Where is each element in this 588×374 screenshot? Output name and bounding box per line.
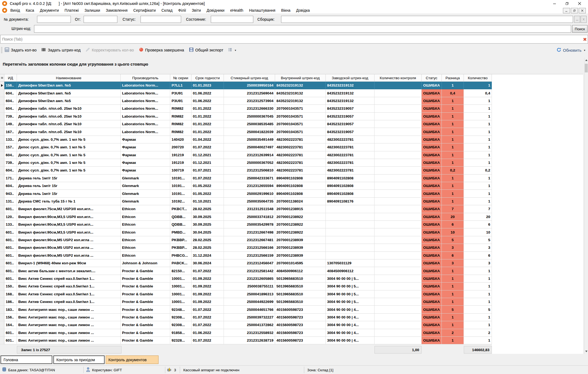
cell-expiry[interactable]: 01.10.2021 <box>191 198 224 205</box>
cell-id[interactable]: 183.. <box>4 306 17 313</box>
cell-diff[interactable]: 6 <box>442 221 464 228</box>
cell-manufacturer[interactable]: Glenmark <box>121 174 170 182</box>
cell-qty[interactable]: 1 <box>464 337 492 344</box>
cell-factory_barcode[interactable]: 4823002223781 <box>326 143 374 151</box>
cell-name[interactable]: Викс Антигрипп макс пор., саше лимон ... <box>17 314 121 321</box>
cell-diff[interactable]: 1 <box>442 275 464 283</box>
cell-qty[interactable]: 1 <box>464 128 492 136</box>
cell-name[interactable]: Викс актив бальзам с ментол.и эвкалип...… <box>17 267 121 275</box>
table-row[interactable]: 601..Викрил-1 (W9468) 40мм кол-реж 90смJ… <box>0 259 492 267</box>
cell-diff[interactable]: 20 <box>442 213 464 221</box>
cell-sticker_barcode[interactable]: 2312312638719 <box>224 337 275 344</box>
table-row[interactable]: 186..Викс Актив Синекс спрей наз.0.5мг/м… <box>0 298 492 306</box>
cell-expiry[interactable]: 01.05.2022 <box>191 190 224 197</box>
cell-manufacturer[interactable]: Ethicon <box>121 252 170 259</box>
cell-name[interactable]: Викс Актив Синекс спрей наз.0.5мг/мл 1..… <box>17 275 121 283</box>
cell-series[interactable]: P3U91 <box>170 89 191 97</box>
cell-qty[interactable]: 1 <box>464 182 492 190</box>
cell-id[interactable]: 604.. <box>4 105 17 112</box>
cell-qty[interactable]: 0,4 <box>464 89 492 97</box>
cell-series[interactable]: 82150... <box>170 267 191 275</box>
tab-1[interactable]: Головна <box>1 355 52 364</box>
cell-expiry[interactable]: 30.06.2024 <box>191 259 224 267</box>
cell-internal_barcode[interactable]: 4015600598723 <box>275 306 326 313</box>
table-row[interactable]: 604..Дерива гель 1мг/г 15гGlenmark10191.… <box>0 182 492 190</box>
cell-diff[interactable]: 1 <box>442 128 464 136</box>
toolbar-button[interactable]: Проверка завершена <box>139 47 184 53</box>
cell-expiry[interactable]: 01.01.2022 <box>191 105 224 112</box>
cell-manufacturer[interactable]: Procter & Gamble <box>121 306 170 313</box>
cell-name[interactable]: Депос сусп. д/ин. 0,7% амп. 1 мл № 5 <box>17 167 121 174</box>
cell-manufacturer[interactable]: Ethicon <box>121 221 170 228</box>
cell-id[interactable]: 601.. <box>4 252 17 259</box>
table-row[interactable]: 943..Дерива гель 1мг/г 15гGlenmark10191.… <box>0 190 492 197</box>
cell-id[interactable]: 601.. <box>4 329 17 337</box>
table-row[interactable]: 157..Депос сусп. д/ин. 0,7% амп. 1 мл № … <box>0 143 492 151</box>
cell-id[interactable]: 171.. <box>4 174 17 182</box>
cell-qty[interactable]: 1 <box>464 198 492 205</box>
cell-qty[interactable]: 20 <box>464 213 492 221</box>
cell-factory_barcode[interactable]: 8904091102808 <box>326 174 374 182</box>
cell-manufacturer[interactable]: Laboratorios Norm... <box>121 105 170 112</box>
cell-series[interactable]: 200720 <box>170 143 191 151</box>
cell-name[interactable]: Викс Актив Синекс спрей наз.0.5мг/мл 1..… <box>17 290 121 298</box>
cell-internal_barcode[interactable]: 4084500906112 <box>275 267 326 275</box>
cell-internal_barcode[interactable]: 5013965683510 <box>275 283 326 290</box>
cell-id[interactable]: 601.. <box>4 236 17 244</box>
cell-diff[interactable]: 1 <box>442 283 464 290</box>
cell-expiry[interactable]: 01.05.2022 <box>191 182 224 190</box>
menu-item[interactable]: Вікна <box>281 8 290 13</box>
mdi-restore-icon[interactable] <box>571 8 578 13</box>
cell-manufacturer[interactable]: Procter & Gamble <box>121 283 170 290</box>
cell-expiry[interactable]: 01.07.2022 <box>191 306 224 313</box>
cell-sticker_barcode[interactable]: 2312312655594 <box>224 182 275 190</box>
cell-diff[interactable]: 1 <box>442 105 464 112</box>
mdi-minimize-icon[interactable] <box>563 8 570 13</box>
cell-control_qty[interactable] <box>374 82 422 89</box>
cell-qty[interactable]: 7 <box>464 205 492 213</box>
cell-manufacturer[interactable]: Laboratorios Norm... <box>121 128 170 136</box>
cell-factory_barcode[interactable]: 3004 90 00 00 | 5... <box>326 275 374 283</box>
cell-name[interactable]: Депиофен табл. п/пл.об. 25мг №10 <box>17 128 121 136</box>
cell-series[interactable]: P3U91 <box>170 97 191 105</box>
cell-diff[interactable]: 1 <box>442 82 464 89</box>
cell-series[interactable]: PMBD... <box>170 228 191 236</box>
table-row[interactable]: 164..Викс Антигрипп макс пор., саше лимо… <box>0 321 492 329</box>
cell-internal_barcode[interactable]: 2070001043571 <box>275 113 326 120</box>
cell-manufacturer[interactable]: Фармак <box>121 151 170 159</box>
cell-series[interactable]: R0M82 <box>170 128 191 136</box>
cell-name[interactable]: Викрил фиолет.90см,М5 USP2 кол.игла ... <box>17 252 121 259</box>
cell-qty[interactable]: 1 <box>464 314 492 321</box>
cell-status[interactable]: ОШИБКА <box>422 213 442 221</box>
cell-expiry[interactable]: 28.02.2025 <box>191 236 224 244</box>
cell-qty[interactable]: 1 <box>464 283 492 290</box>
table-row[interactable]: 604..Депос сусп. д/ин. 0,7% амп. 1 мл № … <box>0 151 492 159</box>
cell-manufacturer[interactable]: Procter & Gamble <box>121 314 170 321</box>
group-by-panel[interactable]: Перетягніть заголовок колонки сюди для у… <box>0 56 588 73</box>
table-row[interactable]: 604..Депиофен 50мг/2мл амп. №5Laboratori… <box>0 97 492 105</box>
cell-series[interactable]: QDBB... <box>170 221 191 228</box>
cell-internal_barcode[interactable]: 4015600598723 <box>275 321 326 329</box>
cell-control_qty[interactable] <box>374 329 422 337</box>
cell-qty[interactable]: 5 <box>464 306 492 313</box>
cell-manufacturer[interactable]: Procter & Gamble <box>121 275 170 283</box>
cell-series[interactable]: PKBCT... <box>170 205 191 213</box>
table-row[interactable]: 604..Депиофен табл. п/пл.об. 25мг №10Lab… <box>0 105 492 112</box>
cell-diff[interactable]: 1 <box>442 97 464 105</box>
cell-status[interactable]: ОШИБКА <box>422 136 442 143</box>
cell-sticker_barcode[interactable]: 2500041372862 <box>224 321 275 329</box>
table-row[interactable]: 156..Викс Антигрипп макс пор., саше лимо… <box>0 314 492 321</box>
cell-series[interactable]: 191219 <box>170 159 191 167</box>
cell-name[interactable]: Викрил фиолет.90см,М5 USP2 кол.игла ... <box>17 236 121 244</box>
cell-manufacturer[interactable]: Ethicon <box>121 244 170 252</box>
cell-qty[interactable]: 1 <box>464 120 492 128</box>
cell-expiry[interactable]: 01.01.2022 <box>191 113 224 120</box>
cell-control_qty[interactable] <box>374 236 422 244</box>
cell-qty[interactable]: 1 <box>464 298 492 306</box>
cell-name[interactable]: Депиофен табл. п/пл.об. 25мг №10 <box>17 120 121 128</box>
cell-series[interactable]: R0M82 <box>170 120 191 128</box>
cell-manufacturer[interactable]: Laboratorios Norm... <box>121 97 170 105</box>
cell-factory_barcode[interactable] <box>326 205 374 213</box>
table-row[interactable]: 601..Викс Антигрипп макс пор., саше лимо… <box>0 337 492 344</box>
cell-status[interactable]: ОШИБКА <box>422 321 442 329</box>
